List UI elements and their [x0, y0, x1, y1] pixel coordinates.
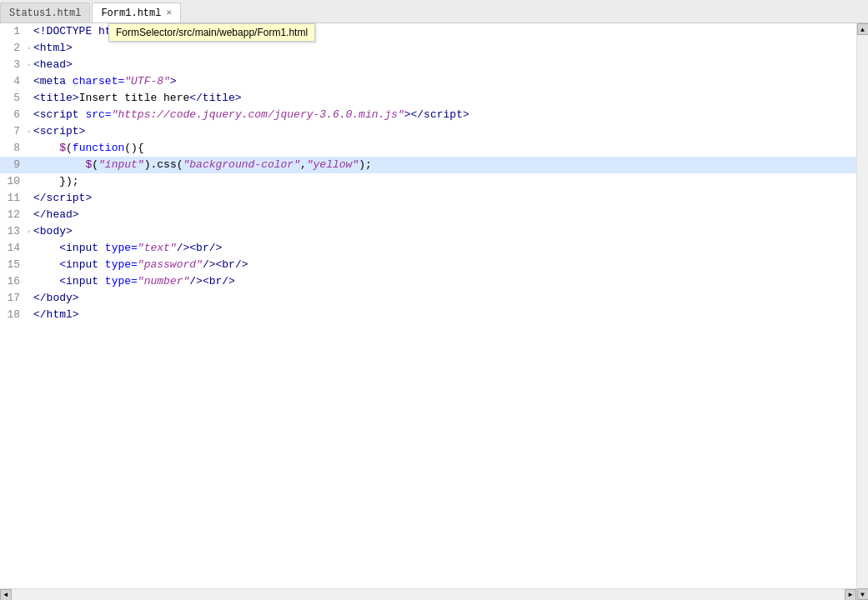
- code-line-14: 14 <input type="text"/><br/>: [0, 240, 856, 257]
- line-content-16: <input type="number"/><br/>: [33, 273, 856, 290]
- line-content-4: <meta charset="UTF-8">: [33, 73, 856, 90]
- line-content-15: <input type="password"/><br/>: [33, 257, 856, 273]
- line-content-2: <html>: [33, 40, 856, 57]
- line-content-6: <script src="https://code.jquery.com/jqu…: [33, 107, 856, 123]
- line-num-2: 2: [0, 40, 27, 57]
- line-num-6: 6: [0, 107, 27, 123]
- line-num-1: 1: [0, 23, 27, 40]
- tab-form1[interactable]: Form1.html ✕: [92, 2, 181, 22]
- vertical-scrollbar[interactable]: ▲ ▼: [856, 23, 868, 600]
- line-num-18: 18: [0, 307, 27, 323]
- code-line-2: 2 ◦ <html>: [0, 40, 856, 57]
- line-content-10: });: [33, 173, 856, 190]
- code-line-6: 6 <script src="https://code.jquery.com/j…: [0, 107, 856, 123]
- line-content-13: <body>: [33, 223, 856, 240]
- file-path-tooltip: FormSelector/src/main/webapp/Form1.html: [108, 23, 315, 42]
- tab-status1[interactable]: Status1.html: [0, 2, 90, 22]
- line-num-17: 17: [0, 290, 27, 307]
- line-num-12: 12: [0, 207, 27, 223]
- line-content-12: </head>: [33, 207, 856, 223]
- scroll-down-arrow[interactable]: ▼: [857, 588, 869, 600]
- code-line-8: 8 $(function(){: [0, 140, 856, 157]
- code-line-3: 3 ◦ <head>: [0, 57, 856, 73]
- code-line-16: 16 <input type="number"/><br/>: [0, 273, 856, 290]
- code-area: 1 <!DOCTYPE html> 2 ◦ <html> 3 ◦ <head> …: [0, 23, 856, 600]
- line-num-9: 9: [0, 157, 27, 173]
- editor-container: 1 <!DOCTYPE html> 2 ◦ <html> 3 ◦ <head> …: [0, 23, 868, 600]
- line-num-14: 14: [0, 240, 27, 257]
- line-num-13: 13: [0, 223, 27, 240]
- line-content-17: </body>: [33, 290, 856, 307]
- line-num-7: 7: [0, 123, 27, 140]
- line-num-3: 3: [0, 57, 27, 73]
- code-line-18: 18 </html>: [0, 307, 856, 323]
- code-line-17: 17 </body>: [0, 290, 856, 307]
- horizontal-scrollbar[interactable]: ◄ ►: [0, 588, 856, 600]
- line-content-5: <title>Insert title here</title>: [33, 90, 856, 107]
- line-num-5: 5: [0, 90, 27, 107]
- code-line-15: 15 <input type="password"/><br/>: [0, 257, 856, 273]
- line-num-4: 4: [0, 73, 27, 90]
- tab-bar: Status1.html Form1.html ✕ FormSelector/s…: [0, 0, 868, 23]
- empty-space: [0, 323, 856, 588]
- code-line-10: 10 });: [0, 173, 856, 190]
- code-line-12: 12 </head>: [0, 207, 856, 223]
- tab-status1-label: Status1.html: [9, 8, 81, 19]
- code-line-13: 13 ◦ <body>: [0, 223, 856, 240]
- line-content-3: <head>: [33, 57, 856, 73]
- code-line-9: 9 $("input").css("background-color","yel…: [0, 157, 856, 173]
- close-tab-icon[interactable]: ✕: [166, 8, 172, 18]
- line-content-18: </html>: [33, 307, 856, 323]
- code-line-11: 11 </script>: [0, 190, 856, 207]
- line-num-11: 11: [0, 190, 27, 207]
- code-line-7: 7 ◦ <script>: [0, 123, 856, 140]
- code-line-4: 4 <meta charset="UTF-8">: [0, 73, 856, 90]
- line-content-11: </script>: [33, 190, 856, 207]
- code-line-5: 5 <title>Insert title here</title>: [0, 90, 856, 107]
- line-num-16: 16: [0, 273, 27, 290]
- line-num-10: 10: [0, 173, 27, 190]
- scroll-right-arrow[interactable]: ►: [845, 589, 856, 601]
- line-content-7: <script>: [33, 123, 856, 140]
- line-num-8: 8: [0, 140, 27, 157]
- line-num-15: 15: [0, 257, 27, 273]
- line-content-9: $("input").css("background-color","yello…: [33, 157, 856, 173]
- scroll-left-arrow[interactable]: ◄: [0, 589, 12, 601]
- tab-form1-label: Form1.html: [101, 8, 161, 19]
- scroll-up-arrow[interactable]: ▲: [857, 23, 869, 35]
- h-scroll-track[interactable]: [12, 589, 845, 600]
- line-content-8: $(function(){: [33, 140, 856, 157]
- line-content-14: <input type="text"/><br/>: [33, 240, 856, 257]
- v-scroll-track[interactable]: [857, 35, 868, 588]
